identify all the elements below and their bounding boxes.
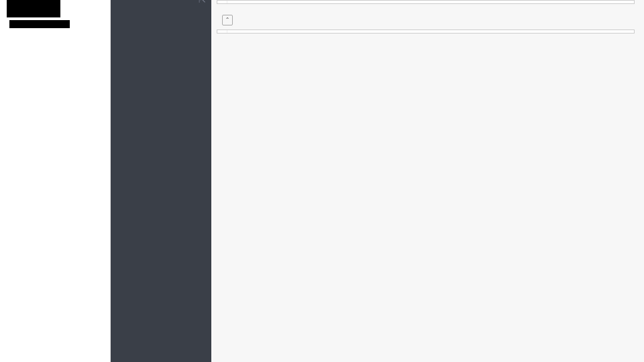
collapse-toggle-icon[interactable]: ˆ: [222, 15, 233, 25]
css-code-block[interactable]: [217, 0, 635, 4]
collapse-icon[interactable]: ⇱: [199, 0, 206, 5]
main-content: ˆ: [211, 0, 644, 362]
js-code-block[interactable]: [217, 29, 635, 34]
middle-nav: ⇱: [111, 0, 211, 362]
id-value-redacted: [9, 20, 70, 28]
left-sidebar: [0, 0, 111, 362]
avatar: [7, 0, 60, 17]
